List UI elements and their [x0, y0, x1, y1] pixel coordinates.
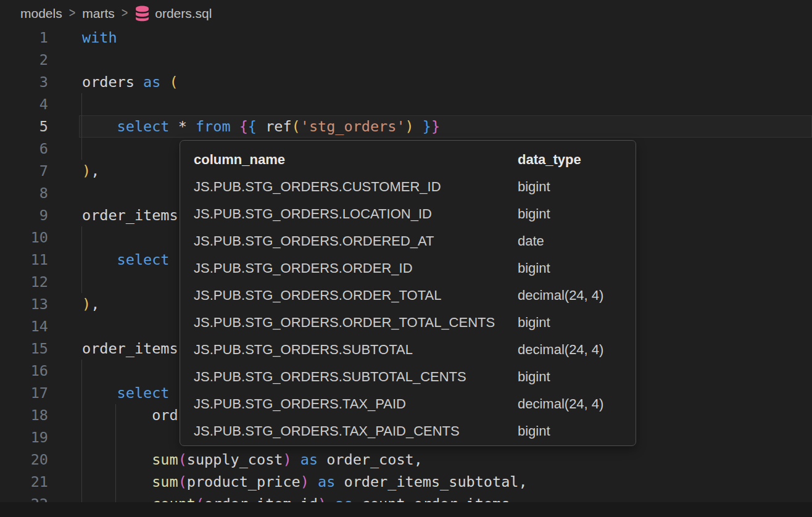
line-number[interactable]: 13 [0, 293, 48, 315]
code-token: ) [82, 296, 91, 313]
indent-guide [115, 426, 116, 449]
code-text: ), [82, 293, 99, 315]
line-number[interactable]: 5 [0, 115, 48, 138]
database-icon [135, 5, 150, 22]
data-type-cell: decimal(24, 4) [518, 287, 636, 304]
code-line-20[interactable]: 20 sum(supply_cost) as order_cost, [0, 449, 812, 471]
code-token: order_cost, [318, 451, 423, 468]
popup-header-data-type: data_type [518, 152, 636, 168]
code-text: sum(product_price) as order_items_subtot… [82, 471, 528, 493]
indent-guide [81, 271, 82, 293]
code-token: { [248, 118, 257, 135]
column-name-cell: JS.PUB.STG_ORDERS.ORDER_TOTAL_CENTS [194, 315, 518, 331]
line-number[interactable]: 7 [0, 160, 48, 182]
code-token: as [143, 73, 160, 91]
line-number[interactable]: 8 [0, 182, 48, 204]
breadcrumb-filename: orders.sql [155, 6, 212, 21]
line-number[interactable]: 21 [0, 471, 48, 493]
code-line-2[interactable]: 2 [0, 49, 812, 71]
data-type-cell: bigint [518, 369, 636, 385]
line-number[interactable]: 19 [0, 426, 48, 449]
popup-rows: JS.PUB.STG_ORDERS.CUSTOMER_IDbigintJS.PU… [180, 173, 636, 445]
code-text: ), [82, 160, 99, 182]
code-token: from [196, 118, 231, 135]
code-token: * [169, 118, 195, 135]
line-number[interactable]: 20 [0, 449, 48, 471]
code-token: ) [283, 451, 291, 468]
popup-row: JS.PUB.STG_ORDERS.ORDER_TOTAL_CENTSbigin… [180, 309, 636, 336]
line-number[interactable]: 1 [0, 27, 48, 49]
column-name-cell: JS.PUB.STG_ORDERS.TAX_PAID_CENTS [194, 423, 518, 439]
popup-row: JS.PUB.STG_ORDERS.ORDER_IDbigint [180, 255, 636, 282]
data-type-cell: bigint [518, 423, 636, 439]
code-text: ord [82, 404, 178, 426]
line-number[interactable]: 11 [0, 249, 48, 271]
code-text: with [82, 27, 117, 49]
breadcrumb-file[interactable]: orders.sql [135, 5, 212, 22]
code-token: select [117, 251, 170, 268]
line-number[interactable]: 3 [0, 71, 48, 93]
code-token: ord [82, 407, 178, 424]
code-token: order_items [82, 340, 178, 357]
data-type-cell: bigint [518, 179, 636, 195]
code-token: ) [405, 118, 414, 135]
breadcrumb-item-marts[interactable]: marts [82, 6, 115, 21]
code-line-3[interactable]: 3orders as ( [0, 71, 812, 93]
breadcrumb: models > marts > orders.sql [0, 0, 812, 27]
line-number[interactable]: 6 [0, 138, 48, 160]
popup-row: JS.PUB.STG_ORDERS.CUSTOMER_IDbigint [180, 173, 636, 201]
code-line-5[interactable]: 5 select * from {{ ref('stg_orders') }} [0, 115, 812, 138]
code-text: orders as ( [82, 71, 178, 93]
line-number[interactable]: 4 [0, 93, 48, 115]
code-token: select [117, 118, 170, 135]
popup-row: JS.PUB.STG_ORDERS.SUBTOTALdecimal(24, 4) [180, 336, 636, 363]
code-token [414, 118, 423, 135]
code-token: } [423, 118, 431, 135]
line-number[interactable]: 14 [0, 315, 48, 337]
code-text: select [82, 249, 169, 271]
code-token: orders [82, 73, 143, 91]
indent-guide [81, 138, 82, 160]
code-token [82, 451, 152, 468]
editor-window: models > marts > orders.sql 1with23order… [0, 0, 812, 517]
breadcrumb-item-models[interactable]: models [20, 6, 62, 21]
breadcrumb-separator-icon: > [69, 5, 76, 21]
popup-row: JS.PUB.STG_ORDERS.TAX_PAIDdecimal(24, 4) [180, 391, 636, 418]
popup-row: JS.PUB.STG_ORDERS.LOCATION_IDbigint [180, 201, 636, 228]
popup-header-row: column_name data_type [180, 146, 636, 173]
popup-row: JS.PUB.STG_ORDERS.SUBTOTAL_CENTSbigint [180, 363, 636, 391]
code-editor[interactable]: 1with23orders as (45 select * from {{ re… [0, 27, 812, 517]
code-line-21[interactable]: 21 sum(product_price) as order_items_sub… [0, 471, 812, 493]
code-token [231, 118, 239, 135]
code-token: ( [178, 451, 187, 468]
code-token: ( [292, 118, 300, 135]
column-name-cell: JS.PUB.STG_ORDERS.SUBTOTAL_CENTS [194, 369, 518, 385]
line-number[interactable]: 16 [0, 360, 48, 382]
code-text: order_items [82, 337, 178, 360]
code-token: sum [152, 473, 178, 490]
data-type-cell: bigint [518, 260, 636, 276]
line-number[interactable]: 2 [0, 49, 48, 71]
code-text: select [82, 382, 169, 404]
code-line-1[interactable]: 1with [0, 27, 812, 49]
line-number[interactable]: 10 [0, 226, 48, 249]
column-name-cell: JS.PUB.STG_ORDERS.TAX_PAID [194, 396, 518, 412]
code-token: with [82, 29, 117, 46]
data-type-cell: bigint [518, 206, 636, 222]
code-token: select [117, 384, 170, 402]
code-token [292, 451, 300, 468]
breadcrumb-separator-icon: > [122, 5, 128, 21]
code-token: order_items [82, 207, 178, 224]
code-line-4[interactable]: 4 [0, 93, 812, 115]
code-token: } [431, 118, 440, 135]
code-token: ) [300, 473, 309, 490]
code-token: 'stg_orders' [300, 118, 405, 135]
code-token: order_items_subtotal, [335, 473, 527, 490]
code-token: { [239, 118, 248, 135]
column-name-cell: JS.PUB.STG_ORDERS.LOCATION_ID [194, 206, 518, 222]
line-number[interactable]: 18 [0, 404, 48, 426]
line-number[interactable]: 15 [0, 337, 48, 360]
line-number[interactable]: 12 [0, 271, 48, 293]
line-number[interactable]: 17 [0, 382, 48, 404]
line-number[interactable]: 9 [0, 204, 48, 226]
